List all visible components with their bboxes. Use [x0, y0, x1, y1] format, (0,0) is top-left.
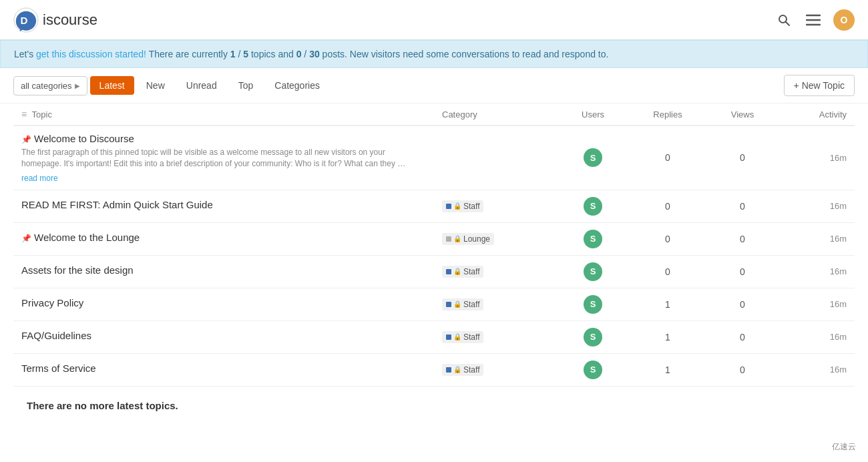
topic-cell: 📌Welcome to DiscourseThe first paragraph… [13, 126, 434, 190]
topic-title-link[interactable]: READ ME FIRST: Admin Quick Start Guide [21, 199, 426, 210]
col-header-activity: Activity [780, 103, 855, 126]
category-badge[interactable]: 🔒Staff [442, 200, 483, 212]
col-header-users: Users [556, 103, 630, 126]
category-cell: 🔒Staff [434, 288, 556, 320]
activity-cell: 16m [780, 255, 855, 288]
replies-cell: 1 [630, 288, 705, 320]
activity-cell: 16m [780, 190, 855, 222]
topic-title-link[interactable]: Terms of Service [21, 363, 426, 374]
users-cell: S [556, 222, 630, 255]
logo[interactable]: D iscourse [13, 7, 97, 33]
topic-title-link[interactable]: 📌Welcome to Discourse [21, 133, 426, 144]
banner-suffix3: posts. New visitors need some conversati… [320, 49, 609, 59]
topic-cell: Terms of Service [13, 353, 434, 386]
table-row[interactable]: Assets for the site design🔒StaffS0016m [13, 255, 855, 288]
table-row[interactable]: FAQ/Guidelines🔒StaffS1016m [13, 320, 855, 353]
new-topic-button[interactable]: + New Topic [784, 75, 855, 96]
topic-cell: Privacy Policy [13, 288, 434, 320]
search-icon[interactable] [775, 11, 793, 29]
banner-posts-max: 30 [309, 49, 320, 59]
topic-table: ≡ Topic Category Users Replies Views Act… [13, 103, 855, 387]
banner-link[interactable]: get this discussion started! [36, 49, 146, 59]
category-color-dot [446, 204, 451, 209]
banner-slash2: / [301, 49, 309, 59]
category-color-dot [446, 334, 451, 340]
category-lock-icon: 🔒 [453, 300, 461, 308]
table-row[interactable]: 📌Welcome to the Lounge🔒LoungeS0016m [13, 222, 855, 255]
views-cell: 0 [705, 320, 780, 353]
category-name: Staff [463, 202, 479, 211]
tab-latest[interactable]: Latest [90, 76, 134, 95]
col-header-replies: Replies [630, 103, 705, 126]
topic-cell: READ ME FIRST: Admin Quick Start Guide [13, 190, 434, 222]
tab-unread[interactable]: Unread [177, 76, 226, 95]
views-cell: 0 [705, 288, 780, 320]
avatar: S [584, 197, 602, 216]
activity-cell: 16m [780, 222, 855, 255]
users-cell: S [556, 353, 630, 386]
user-avatar[interactable]: O [833, 9, 855, 31]
list-icon: ≡ [21, 109, 27, 120]
category-cell: 🔒Staff [434, 255, 556, 288]
tab-top[interactable]: Top [229, 76, 263, 95]
tab-new[interactable]: New [137, 76, 174, 95]
replies-cell: 0 [630, 255, 705, 288]
topic-cell: 📌Welcome to the Lounge [13, 222, 434, 255]
avatar: S [584, 262, 602, 281]
replies-cell: 0 [630, 222, 705, 255]
category-color-dot [446, 236, 451, 242]
topic-title-link[interactable]: Privacy Policy [21, 297, 426, 308]
topic-title-link[interactable]: FAQ/Guidelines [21, 330, 426, 341]
category-color-dot [446, 269, 451, 274]
replies-cell: 0 [630, 190, 705, 222]
col-header-views: Views [705, 103, 780, 126]
category-lock-icon: 🔒 [453, 235, 461, 242]
topic-title-link[interactable]: 📌Welcome to the Lounge [21, 232, 426, 243]
table-row[interactable]: READ ME FIRST: Admin Quick Start Guide🔒S… [13, 190, 855, 222]
replies-cell: 0 [630, 126, 705, 190]
category-cell: 🔒Staff [434, 353, 556, 386]
category-name: Lounge [463, 234, 490, 244]
category-badge[interactable]: 🔒Staff [442, 266, 483, 278]
views-cell: 0 [705, 255, 780, 288]
table-row[interactable]: Privacy Policy🔒StaffS1016m [13, 288, 855, 320]
category-color-dot [446, 367, 451, 373]
col-header-category: Category [434, 103, 556, 126]
banner-suffix1: There are currently [146, 49, 230, 59]
svg-line-3 [786, 21, 790, 25]
users-cell: S [556, 288, 630, 320]
activity-cell: 16m [780, 320, 855, 353]
col-header-topic: ≡ Topic [13, 103, 434, 126]
all-categories-dropdown[interactable]: all categories ▶ [13, 76, 87, 95]
all-categories-label: all categories [21, 81, 72, 91]
views-cell: 0 [705, 126, 780, 190]
table-header-row: ≡ Topic Category Users Replies Views Act… [13, 103, 855, 126]
banner-prefix: Let's [14, 49, 36, 59]
category-badge[interactable]: 🔒Staff [442, 331, 483, 343]
read-more-link[interactable]: read more [21, 174, 58, 183]
activity-cell: 16m [780, 126, 855, 190]
svg-text:D: D [20, 14, 27, 25]
table-row[interactable]: 📌Welcome to DiscourseThe first paragraph… [13, 126, 855, 190]
views-cell: 0 [705, 222, 780, 255]
topic-title-link[interactable]: Assets for the site design [21, 264, 426, 276]
table-row[interactable]: Terms of Service🔒StaffS1016m [13, 353, 855, 386]
header: D iscourse O [0, 0, 868, 40]
avatar: S [584, 295, 602, 314]
category-lock-icon: 🔒 [453, 333, 461, 340]
users-cell: S [556, 255, 630, 288]
category-color-dot [446, 302, 451, 307]
users-cell: S [556, 126, 630, 190]
category-badge[interactable]: 🔒Staff [442, 298, 483, 310]
menu-icon[interactable] [804, 11, 823, 29]
category-badge[interactable]: 🔒Staff [442, 364, 483, 376]
dropdown-arrow-icon: ▶ [75, 82, 80, 89]
avatar: S [584, 230, 602, 248]
category-badge[interactable]: 🔒Lounge [442, 233, 494, 245]
category-name: Staff [463, 300, 479, 309]
replies-cell: 1 [630, 320, 705, 353]
category-name: Staff [463, 332, 479, 342]
toolbar: all categories ▶ Latest New Unread Top C… [0, 68, 868, 103]
banner-topics-current: 1 [230, 49, 236, 59]
tab-categories[interactable]: Categories [265, 76, 329, 95]
